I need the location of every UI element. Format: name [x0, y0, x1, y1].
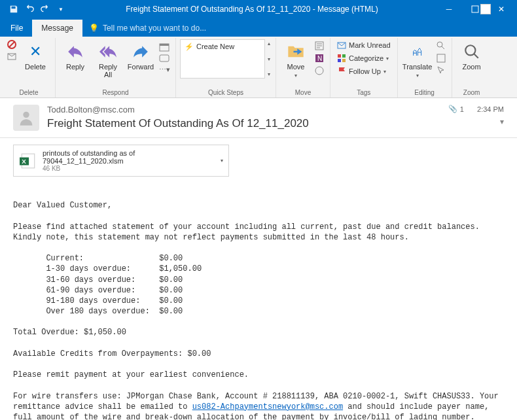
related-icon[interactable]	[436, 53, 446, 63]
popup-indicator-icon[interactable]	[480, 4, 491, 14]
categorize-button[interactable]: Categorize ▾	[334, 52, 393, 64]
attachment-count: 1	[460, 105, 464, 113]
message-body: Dear Valued Customer, Please find attach…	[0, 183, 517, 420]
select-icon[interactable]	[436, 65, 446, 76]
window-title: Freight Statement Of Outstanding As Of 1…	[68, 5, 436, 14]
reply-all-icon	[99, 41, 116, 63]
svg-point-21	[23, 112, 29, 118]
svg-text:N: N	[317, 55, 322, 62]
delete-button[interactable]: ✕ Delete	[20, 39, 51, 72]
svg-rect-18	[437, 54, 445, 62]
svg-rect-5	[160, 44, 169, 46]
quick-access-toolbar: ▼	[3, 2, 68, 16]
categorize-icon	[337, 54, 346, 63]
translate-button[interactable]: 🗚 Translate▾	[402, 39, 433, 81]
move-folder-icon	[287, 41, 305, 63]
reply-button[interactable]: Reply	[60, 39, 91, 72]
flag-icon	[337, 67, 346, 76]
svg-rect-13	[342, 54, 346, 58]
svg-rect-15	[342, 59, 346, 62]
gallery-more-icon[interactable]: ▾	[268, 71, 270, 77]
zoom-icon	[463, 41, 480, 63]
delete-icon: ✕	[29, 41, 41, 63]
tell-me-search[interactable]: 💡 Tell me what you want to do...	[82, 20, 213, 37]
meeting-icon[interactable]	[159, 42, 169, 52]
ribbon: ✕ Delete Delete Reply Reply All Forward	[0, 37, 517, 98]
rules-icon[interactable]	[314, 41, 325, 51]
tab-message[interactable]: Message	[32, 20, 82, 37]
lightbulb-icon: 💡	[89, 24, 99, 33]
message-time: 2:34 PM	[477, 105, 504, 113]
from-address: Todd.Bolton@msc.com	[47, 105, 440, 114]
group-delete: ✕ Delete Delete	[3, 38, 56, 97]
onenote-icon[interactable]: N	[314, 53, 325, 63]
forward-button[interactable]: Forward	[125, 39, 156, 72]
svg-line-20	[474, 54, 478, 58]
attachment-chip[interactable]: X printouts of outstanding as of 79044_1…	[13, 145, 229, 177]
follow-up-button[interactable]: Follow Up ▾	[334, 65, 393, 77]
svg-rect-14	[338, 59, 341, 62]
reply-all-button[interactable]: Reply All	[92, 39, 124, 80]
qat-dropdown-icon[interactable]: ▼	[54, 2, 68, 16]
group-editing: 🗚 Translate▾ Editing	[398, 38, 452, 97]
svg-text:X: X	[22, 158, 26, 165]
svg-point-16	[437, 42, 442, 47]
svg-point-10	[315, 67, 323, 75]
find-icon[interactable]	[436, 41, 446, 51]
move-button[interactable]: Move▾	[280, 39, 312, 81]
svg-line-17	[442, 46, 444, 49]
gallery-down-icon[interactable]: ▾	[268, 56, 270, 62]
svg-point-19	[465, 45, 475, 55]
zoom-button[interactable]: Zoom	[456, 39, 488, 72]
minimize-button[interactable]: ─	[436, 0, 462, 18]
expand-header-icon[interactable]: ▾	[448, 117, 504, 126]
lightning-icon: ⚡	[185, 43, 194, 51]
svg-rect-6	[160, 55, 169, 61]
gallery-up-icon[interactable]: ▴	[268, 41, 270, 46]
group-respond: Reply Reply All Forward ⋯▾ Respond	[56, 38, 176, 97]
attachment-name: printouts of outstanding as of 79044_12_…	[43, 149, 215, 165]
more-respond-icon[interactable]: ⋯▾	[159, 65, 170, 74]
undo-icon[interactable]	[22, 2, 37, 16]
attachment-icon: 📎	[448, 105, 457, 113]
translate-icon: 🗚	[412, 41, 423, 63]
actions-icon[interactable]	[314, 65, 325, 76]
title-bar: ▼ Freight Statement Of Outstanding As Of…	[0, 0, 517, 18]
redo-icon[interactable]	[38, 2, 52, 16]
svg-line-2	[9, 42, 14, 47]
svg-rect-0	[472, 6, 478, 12]
avatar	[13, 105, 39, 131]
junk-icon[interactable]	[7, 51, 17, 61]
ignore-icon[interactable]	[7, 39, 17, 50]
attachment-size: 46 KB	[43, 165, 215, 172]
excel-file-icon: X	[19, 152, 37, 170]
group-zoom: Zoom Zoom	[452, 38, 491, 97]
svg-rect-12	[338, 54, 341, 58]
group-quick-steps: ⚡ Create New ▴ ▾ ▾ Quick Steps	[176, 38, 276, 97]
message-header: Todd.Bolton@msc.com Freight Statement Of…	[0, 98, 517, 138]
ribbon-tabs: File Message 💡 Tell me what you want to …	[0, 18, 517, 37]
group-tags: Mark Unread Categorize ▾ Follow Up ▾ Tag…	[330, 38, 398, 97]
attachment-dropdown-icon[interactable]: ▾	[221, 158, 223, 164]
tell-me-label: Tell me what you want to do...	[103, 24, 206, 33]
message-subject: Freight Statement Of Outstanding As Of 1…	[47, 117, 440, 130]
im-icon[interactable]	[159, 54, 169, 64]
mark-unread-button[interactable]: Mark Unread	[334, 39, 393, 51]
reply-icon	[67, 41, 84, 63]
quick-steps-gallery[interactable]: ⚡ Create New	[180, 39, 265, 79]
forward-icon	[132, 41, 149, 63]
envelope-icon	[337, 41, 346, 50]
remittance-email-link[interactable]: us082-Achpaymentsnewyork@msc.com	[192, 402, 343, 411]
group-move: Move▾ N Move	[276, 38, 330, 97]
save-icon[interactable]	[7, 2, 21, 16]
close-button[interactable]: ✕	[488, 0, 514, 18]
tab-file[interactable]: File	[1, 20, 32, 37]
